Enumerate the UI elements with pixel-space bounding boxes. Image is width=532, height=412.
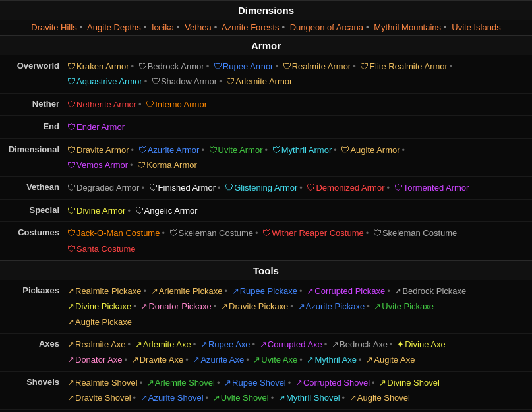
korma-armor[interactable]: Korma Armor xyxy=(146,160,197,170)
dim-uvite: Uvite Islands xyxy=(452,22,500,32)
azurite-shovel[interactable]: Azurite Shovel xyxy=(148,393,204,403)
shadow-armor[interactable]: Shadow Armor xyxy=(161,76,217,86)
corrupted-axe[interactable]: Corrupted Axe xyxy=(268,339,322,349)
divine-pick-icon: ↗ xyxy=(67,299,74,314)
augite-axe[interactable]: Augite Axe xyxy=(374,355,415,365)
dravite-armor[interactable]: Dravite Armor xyxy=(76,145,129,155)
arlemite-armor[interactable]: Arlemite Armor xyxy=(235,76,292,86)
corrupted-shovel[interactable]: Corrupted Shovel xyxy=(303,378,370,388)
dravite-axe[interactable]: Dravite Axe xyxy=(140,355,183,365)
finished-armor[interactable]: Finished Armor xyxy=(158,183,216,192)
realmite-shovel-icon: ↗ xyxy=(67,375,74,390)
vethean-label: Vethean xyxy=(0,177,66,198)
dimensional-label: Dimensional xyxy=(0,139,66,161)
dimensions-bar: Dravite Hills• Augite Depths• Iceika• Ve… xyxy=(0,20,532,36)
azurite-axe[interactable]: Azurite Axe xyxy=(200,355,244,365)
mythril-axe[interactable]: Mythril Axe xyxy=(314,355,357,365)
aquastrive-armor[interactable]: Aquastrive Armor xyxy=(76,76,142,86)
azurite-pickaxe[interactable]: Azurite Pickaxe xyxy=(306,301,365,311)
realmite-pick-icon: ↗ xyxy=(67,283,74,299)
dravite-pickaxe[interactable]: Dravite Pickaxe xyxy=(229,301,288,311)
pickaxes-content: ↗Realmite Pickaxe• ↗Arlemite Pickaxe• ↗R… xyxy=(66,280,532,333)
divine-armor[interactable]: Divine Armor xyxy=(76,206,125,216)
uvite-shovel[interactable]: Uvite Shovel xyxy=(221,393,269,403)
dim-iceika: Iceika xyxy=(152,22,174,32)
arlemite-pickaxe[interactable]: Arlemite Pickaxe xyxy=(159,286,223,296)
augite-armor[interactable]: Augite Armor xyxy=(350,145,399,155)
dravite-pick-icon: ↗ xyxy=(221,299,228,314)
rupee-shovel[interactable]: Rupee Shovel xyxy=(232,378,286,388)
rupee-pickaxe[interactable]: Rupee Pickaxe xyxy=(240,286,297,296)
arlemite-icon: 🛡 xyxy=(226,74,235,89)
degraded-armor[interactable]: Degraded Armor xyxy=(76,183,139,192)
bedrock-armor[interactable]: Bedrock Armor xyxy=(148,61,204,71)
hoes-content: ↗Arlemite Hoe• ↗Rupee Hoe xyxy=(66,410,532,412)
arlemite-shovel-icon: ↗ xyxy=(147,375,154,390)
uvite-axe-icon: ↗ xyxy=(253,352,260,367)
azurite-shovel-icon: ↗ xyxy=(140,390,148,405)
tools-section: Tools Pickaxes ↗Realmite Pickaxe• ↗Arlem… xyxy=(0,260,532,412)
corrupted-axe-icon: ↗ xyxy=(260,337,267,352)
bedrock-axe-icon: ↗ xyxy=(332,337,339,352)
armor-header: Armor xyxy=(0,36,532,55)
rupee-axe[interactable]: Rupee Axe xyxy=(208,339,251,349)
azurite-armor[interactable]: Azurite Armor xyxy=(148,145,200,155)
demonized-icon: 🛡 xyxy=(307,180,315,195)
augite-pick-icon: ↗ xyxy=(67,314,74,330)
realmite-axe[interactable]: Realmite Axe xyxy=(75,339,126,349)
rupee-armor[interactable]: Rupee Armor xyxy=(223,61,274,71)
realmite-pickaxe[interactable]: Realmite Pickaxe xyxy=(75,286,141,296)
jacko-costume[interactable]: Jack-O-Man Costume xyxy=(76,228,160,238)
axes-label: Axes xyxy=(0,334,66,355)
dravite-shovel[interactable]: Dravite Shovel xyxy=(75,393,131,403)
divine-shovel[interactable]: Divine Shovel xyxy=(387,378,440,388)
dim-azurite: Azurite Forests xyxy=(222,22,279,32)
augite-pickaxe[interactable]: Augite Pickaxe xyxy=(75,317,132,327)
angelic-armor[interactable]: Angelic Armor xyxy=(144,206,198,216)
uvite-pick-icon: ↗ xyxy=(374,299,381,314)
netherite-armor[interactable]: Netherite Armor xyxy=(76,100,136,109)
dim-mythril: Mythril Mountains xyxy=(374,22,441,32)
arlemite-pick-icon: ↗ xyxy=(151,283,158,299)
special-label: Special xyxy=(0,200,66,221)
demonized-armor[interactable]: Demonized Armor xyxy=(316,183,384,192)
mythril-armor[interactable]: Mythril Armor xyxy=(281,145,332,155)
inferno-armor[interactable]: Inferno Armor xyxy=(155,100,207,109)
realmite-icon: 🛡 xyxy=(283,59,291,74)
uvite-axe[interactable]: Uvite Axe xyxy=(261,355,297,365)
ender-armor[interactable]: Ender Armor xyxy=(76,122,125,132)
augite-axe-icon: ↗ xyxy=(366,352,373,367)
donator-axe[interactable]: Donator Axe xyxy=(75,355,123,365)
uvite-armor[interactable]: Uvite Armor xyxy=(218,145,263,155)
bedrock-axe[interactable]: Bedrock Axe xyxy=(340,339,388,349)
donator-pick-icon: ↗ xyxy=(140,299,148,314)
santa-costume[interactable]: Santa Costume xyxy=(76,244,136,254)
bedrock-pickaxe[interactable]: Bedrock Pickaxe xyxy=(402,286,466,296)
skeleman2-icon: 🛡 xyxy=(373,225,382,241)
augite-shovel[interactable]: Augite Shovel xyxy=(357,393,410,403)
divine-axe[interactable]: Divine Axe xyxy=(405,339,445,349)
costumes-label: Costumes xyxy=(0,222,66,244)
dim-dungeon: Dungeon of Arcana xyxy=(290,22,363,32)
mythril-shovel[interactable]: Mythril Shovel xyxy=(286,393,340,403)
wither-reaper-costume[interactable]: Wither Reaper Costume xyxy=(272,228,363,238)
arlemite-shovel[interactable]: Arlemite Shovel xyxy=(155,378,215,388)
glistening-armor[interactable]: Glistening Armor xyxy=(234,183,297,192)
donator-pickaxe[interactable]: Donator Pickaxe xyxy=(148,301,211,311)
dim-augite: Augite Depths xyxy=(87,22,141,32)
skeleman-costume[interactable]: Skeleman Costume xyxy=(179,228,253,238)
uvite-pickaxe[interactable]: Uvite Pickaxe xyxy=(382,301,434,311)
skeleman-costume2[interactable]: Skeleman Costume xyxy=(382,228,457,238)
arlemite-axe[interactable]: Arlemite Axe xyxy=(143,339,191,349)
armor-costumes-row: Costumes 🛡Jack-O-Man Costume• 🛡Skeleman … xyxy=(0,222,532,260)
vemos-armor[interactable]: Vemos Armor xyxy=(76,160,128,170)
tormented-armor[interactable]: Tormented Armor xyxy=(403,183,469,192)
realmite-armor[interactable]: Realmite Armor xyxy=(292,61,351,71)
realmite-shovel[interactable]: Realmite Shovel xyxy=(75,378,138,388)
azurite-axe-icon: ↗ xyxy=(192,352,200,367)
divine-pickaxe[interactable]: Divine Pickaxe xyxy=(75,301,131,311)
rupee-axe-icon: ↗ xyxy=(200,337,208,352)
kraken-armor[interactable]: Kraken Armor xyxy=(76,61,129,71)
corrupted-pickaxe[interactable]: Corrupted Pickaxe xyxy=(314,286,385,296)
elite-realmite-armor[interactable]: Elite Realmite Armor xyxy=(369,61,447,71)
